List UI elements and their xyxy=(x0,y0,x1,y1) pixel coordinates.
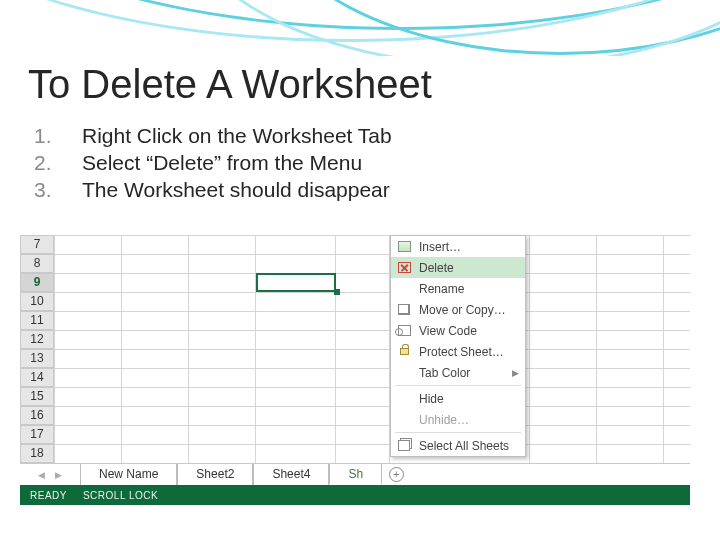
menu-label: Delete xyxy=(413,261,454,275)
menu-label: Insert… xyxy=(413,240,461,254)
sheets-icon xyxy=(395,438,413,454)
menu-label: View Code xyxy=(413,324,477,338)
step-number: 2. xyxy=(34,151,82,175)
row-header[interactable]: 17 xyxy=(20,425,54,444)
menu-item-protect[interactable]: Protect Sheet… xyxy=(391,341,525,362)
status-scroll-lock: SCROLL LOCK xyxy=(83,490,158,501)
menu-item-hide[interactable]: Hide xyxy=(391,388,525,409)
sheet-tab-active[interactable]: Sh xyxy=(329,464,382,485)
triangle-left-icon: ◀ xyxy=(38,470,45,480)
row-header[interactable]: 9 xyxy=(20,273,54,292)
chevron-right-icon: ▶ xyxy=(512,368,519,378)
menu-label: Protect Sheet… xyxy=(413,345,504,359)
sheet-tab-bar: ◀ ▶ New Name Sheet2 Sheet4 Sh + xyxy=(20,463,690,485)
slide-top-decoration xyxy=(0,0,720,56)
menu-item-view-code[interactable]: View Code xyxy=(391,320,525,341)
sheet-tab[interactable]: Sheet2 xyxy=(177,464,253,485)
list-item: 3. The Worksheet should disappear xyxy=(34,178,392,202)
plus-circle-icon: + xyxy=(389,467,404,482)
menu-separator xyxy=(395,432,521,433)
delete-icon xyxy=(395,260,413,276)
add-sheet-button[interactable]: + xyxy=(382,464,410,485)
menu-label: Unhide… xyxy=(413,413,469,427)
instruction-list: 1. Right Click on the Worksheet Tab 2. S… xyxy=(34,124,392,205)
menu-item-unhide[interactable]: Unhide… xyxy=(391,409,525,430)
step-text: The Worksheet should disappear xyxy=(82,178,390,202)
triangle-right-icon: ▶ xyxy=(55,470,62,480)
tab-nav-arrows[interactable]: ◀ ▶ xyxy=(20,464,80,485)
row-header[interactable]: 10 xyxy=(20,292,54,311)
excel-screenshot: 7 8 9 10 11 12 13 14 15 16 17 18 Insert…… xyxy=(20,235,690,495)
step-number: 1. xyxy=(34,124,82,148)
status-bar: READY SCROLL LOCK xyxy=(20,485,690,505)
step-number: 3. xyxy=(34,178,82,202)
row-header[interactable]: 16 xyxy=(20,406,54,425)
copy-icon xyxy=(395,302,413,318)
menu-item-rename[interactable]: Rename xyxy=(391,278,525,299)
menu-separator xyxy=(395,385,521,386)
grid-area xyxy=(54,235,690,463)
menu-label: Select All Sheets xyxy=(413,439,509,453)
row-header[interactable]: 14 xyxy=(20,368,54,387)
menu-item-delete[interactable]: Delete xyxy=(391,257,525,278)
sheet-tab[interactable]: Sheet4 xyxy=(253,464,329,485)
menu-label: Rename xyxy=(413,282,464,296)
row-header[interactable]: 15 xyxy=(20,387,54,406)
step-text: Right Click on the Worksheet Tab xyxy=(82,124,392,148)
list-item: 1. Right Click on the Worksheet Tab xyxy=(34,124,392,148)
fill-handle[interactable] xyxy=(334,289,340,295)
status-ready: READY xyxy=(30,490,67,501)
sheet-tab[interactable]: New Name xyxy=(80,464,177,485)
code-icon xyxy=(395,323,413,339)
insert-icon xyxy=(395,239,413,255)
step-text: Select “Delete” from the Menu xyxy=(82,151,362,175)
menu-label: Move or Copy… xyxy=(413,303,506,317)
menu-label: Tab Color xyxy=(413,366,470,380)
row-header[interactable]: 12 xyxy=(20,330,54,349)
row-header[interactable]: 18 xyxy=(20,444,54,463)
row-header[interactable]: 8 xyxy=(20,254,54,273)
list-item: 2. Select “Delete” from the Menu xyxy=(34,151,392,175)
lock-icon xyxy=(395,344,413,360)
menu-item-select-all[interactable]: Select All Sheets xyxy=(391,435,525,456)
row-header[interactable]: 7 xyxy=(20,235,54,254)
menu-item-tab-color[interactable]: Tab Color ▶ xyxy=(391,362,525,383)
menu-item-move-copy[interactable]: Move or Copy… xyxy=(391,299,525,320)
active-cell[interactable] xyxy=(256,273,336,292)
row-header[interactable]: 13 xyxy=(20,349,54,368)
menu-item-insert[interactable]: Insert… xyxy=(391,236,525,257)
menu-label: Hide xyxy=(413,392,444,406)
context-menu: Insert… Delete Rename Move or Copy… View… xyxy=(390,235,526,457)
row-header[interactable]: 11 xyxy=(20,311,54,330)
slide-title: To Delete A Worksheet xyxy=(28,62,432,107)
